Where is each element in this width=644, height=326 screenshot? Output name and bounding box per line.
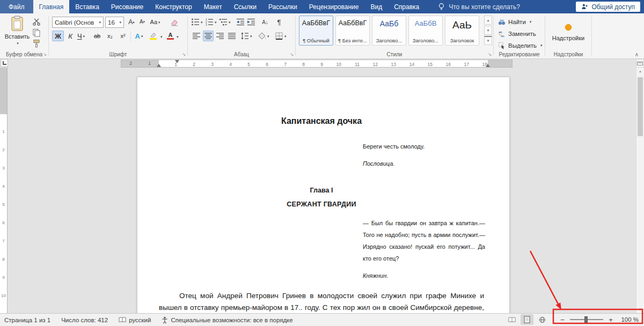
tab-stop-selector[interactable] xyxy=(1,59,8,67)
tab-mailings[interactable]: Рассылки xyxy=(262,0,303,13)
align-center-button[interactable] xyxy=(203,31,214,41)
replace-button[interactable]: abac Заменить xyxy=(498,28,536,39)
right-indent-marker[interactable] xyxy=(486,64,490,67)
style-card-no-spacing[interactable]: АаБбВвГ ¶ Без инте... xyxy=(335,16,370,46)
scrollbar-thumb[interactable] xyxy=(638,77,643,136)
read-mode-button[interactable] xyxy=(506,314,518,325)
justify-button[interactable] xyxy=(226,31,237,41)
chapter-number[interactable]: Глава I xyxy=(159,186,484,195)
zoom-out-button[interactable]: − xyxy=(559,316,566,323)
copy-button[interactable] xyxy=(31,27,42,38)
epigraph-text[interactable]: Береги честь смолоду. xyxy=(363,140,485,152)
tab-help[interactable]: Справка xyxy=(388,0,425,13)
multilevel-list-button[interactable]: ▾ xyxy=(219,17,231,27)
superscript-button[interactable]: х² xyxy=(118,31,128,41)
change-case-button[interactable]: Аа▾ xyxy=(150,17,160,27)
styles-dialog-launcher[interactable]: ↘ xyxy=(488,53,492,57)
font-color-button[interactable]: А xyxy=(167,31,174,41)
styles-gallery-up-button[interactable]: ▴ xyxy=(484,16,492,25)
document-title[interactable]: Капитанская дочка xyxy=(159,116,484,127)
scroll-up-arrow-icon[interactable]: ▴ xyxy=(636,69,644,73)
tab-review[interactable]: Рецензирование xyxy=(303,0,365,13)
tab-references[interactable]: Ссылки xyxy=(228,0,262,13)
tab-layout[interactable]: Макет xyxy=(198,0,228,13)
zoom-slider-thumb[interactable] xyxy=(584,316,588,323)
sort-button[interactable]: А↓ xyxy=(260,17,270,27)
borders-button[interactable]: ▾ xyxy=(275,31,287,41)
shrink-font-button[interactable]: А▾ xyxy=(137,17,148,27)
dropdown-arrow-icon[interactable]: ▾ xyxy=(177,35,179,39)
line-spacing-button[interactable]: ▾ xyxy=(240,31,252,41)
text-effects-button[interactable]: А ▾ xyxy=(134,31,144,41)
clear-formatting-button[interactable] xyxy=(169,17,180,27)
strikethrough-button[interactable]: ab xyxy=(92,31,103,41)
first-line-indent-marker[interactable] xyxy=(175,60,179,63)
tab-view[interactable]: Вид xyxy=(364,0,388,13)
share-button[interactable]: Общий доступ xyxy=(576,2,640,12)
align-right-button[interactable] xyxy=(215,31,225,41)
scroll-down-arrow-icon[interactable]: ▾ xyxy=(636,307,644,312)
style-card-heading1[interactable]: АаБб Заголово... xyxy=(372,16,406,46)
numbering-button[interactable]: 123 ▾ xyxy=(205,17,217,27)
bullets-button[interactable]: ▾ xyxy=(191,17,203,27)
tab-insert[interactable]: Вставка xyxy=(69,0,105,13)
style-card-normal[interactable]: АаБбВвГ ¶ Обычный xyxy=(299,16,333,46)
clipboard-group-label: Буфер обмена xyxy=(0,51,48,57)
dropdown-arrow-icon[interactable]: ▾ xyxy=(160,35,163,39)
chapter-epigraph-text[interactable]: — Был бы гвардии он завтра ж капитан.— Т… xyxy=(363,217,485,264)
paste-button[interactable]: Вставить ▾ xyxy=(4,15,31,56)
font-name-combo[interactable]: Calibri (Основ ▾ xyxy=(52,17,104,28)
tab-home[interactable]: Главная xyxy=(33,0,70,13)
tab-file[interactable]: Файл xyxy=(0,0,33,13)
highlight-color-button[interactable] xyxy=(150,31,157,41)
paragraph-group-label: Абзац xyxy=(188,51,295,57)
chapter-title[interactable]: СЕРЖАНТ ГВАРДИИ xyxy=(159,199,484,209)
left-indent-marker[interactable] xyxy=(157,64,161,67)
tab-draw[interactable]: Рисование xyxy=(105,0,149,13)
show-marks-button[interactable]: ¶ xyxy=(274,17,284,27)
document-page[interactable]: Капитанская дочка Береги честь смолоду. … xyxy=(137,77,510,313)
font-size-combo[interactable]: 16 ▾ xyxy=(105,17,124,28)
cut-button[interactable] xyxy=(31,17,42,27)
print-layout-button[interactable] xyxy=(521,314,533,325)
select-button[interactable]: Выделить ▾ xyxy=(498,40,543,50)
epigraph-source[interactable]: Пословица. xyxy=(363,158,485,169)
style-card-title[interactable]: АаЬ Заголовок xyxy=(445,16,479,46)
collapse-ribbon-button[interactable]: ∧ xyxy=(635,51,639,57)
addins-button[interactable]: Надстройки xyxy=(550,16,587,49)
vertical-scrollbar[interactable]: ▴ ▾ xyxy=(636,68,644,313)
horizontal-ruler[interactable]: 21 123456789101112131415161718 xyxy=(121,60,513,68)
grow-font-button[interactable]: А▴ xyxy=(126,17,137,27)
bold-button[interactable]: Ж xyxy=(52,31,64,41)
zoom-in-button[interactable]: + xyxy=(608,316,614,323)
web-layout-button[interactable] xyxy=(536,314,548,325)
italic-button[interactable]: К xyxy=(65,31,76,41)
page-indicator[interactable]: Страница 1 из 1 xyxy=(4,317,50,323)
ruler-toggle-button[interactable] xyxy=(636,59,644,68)
underline-button[interactable]: Ч ▾ xyxy=(76,31,86,41)
word-count[interactable]: Число слов: 412 xyxy=(61,317,108,323)
tell-me-box[interactable]: Что вы хотите сделать? xyxy=(433,0,525,13)
styles-gallery-more-button[interactable]: ▾ xyxy=(484,36,492,45)
tab-design[interactable]: Конструктор xyxy=(149,0,197,13)
zoom-slider[interactable] xyxy=(570,319,603,320)
align-left-button[interactable] xyxy=(191,31,202,41)
paragraph-dialog-launcher[interactable]: ↘ xyxy=(290,53,294,57)
language-indicator[interactable]: русский xyxy=(119,317,151,323)
vertical-ruler[interactable]: 12345678910 xyxy=(0,68,8,313)
zoom-level[interactable]: 100 % xyxy=(618,316,639,323)
increase-indent-button[interactable] xyxy=(246,17,257,27)
subscript-button[interactable]: х₂ xyxy=(105,31,115,41)
accessibility-status[interactable]: Специальные возможности: все в порядке xyxy=(162,316,292,324)
body-paragraph[interactable]: Отец мой Андрей Петрович Гринев в молодо… xyxy=(159,290,484,313)
font-dialog-launcher[interactable]: ↘ xyxy=(182,53,186,57)
style-card-heading2[interactable]: АаБбВ Заголово... xyxy=(408,16,443,46)
dropdown-arrow-icon: ▾ xyxy=(540,43,543,47)
styles-gallery-down-button[interactable]: ▾ xyxy=(484,26,492,35)
chapter-epigraph-source[interactable]: Княжнин. xyxy=(363,270,485,281)
shading-button[interactable]: ▾ xyxy=(258,31,269,41)
find-button[interactable]: Найти ▾ xyxy=(498,17,531,27)
decrease-indent-button[interactable] xyxy=(235,17,246,27)
format-painter-button[interactable] xyxy=(31,38,42,49)
clipboard-dialog-launcher[interactable]: ↘ xyxy=(43,53,47,57)
